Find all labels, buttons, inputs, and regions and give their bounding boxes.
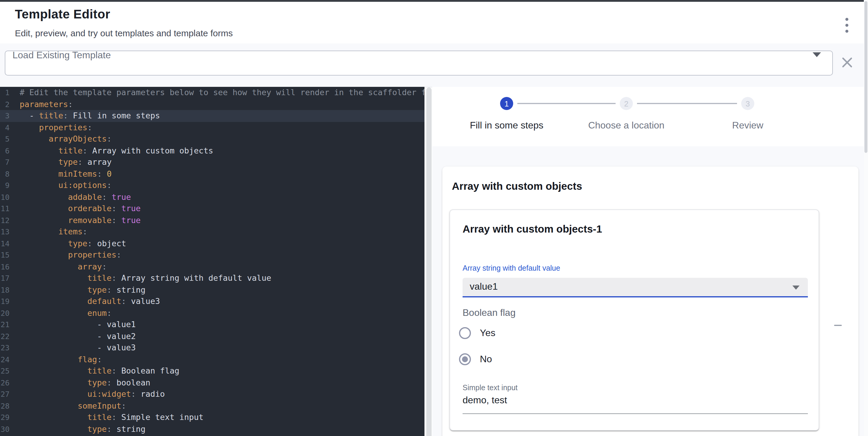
- step-connector-line: [637, 103, 737, 104]
- line-number: 17: [0, 272, 13, 284]
- code-line[interactable]: 19 default: value3: [0, 296, 425, 307]
- code-line[interactable]: 13 items:: [0, 226, 425, 238]
- radio-unselected-icon: [458, 326, 472, 340]
- line-number: 9: [0, 180, 13, 191]
- code-line[interactable]: 4 properties:: [0, 122, 425, 133]
- code-text: items:: [13, 226, 88, 238]
- code-text: someInput:: [13, 400, 126, 412]
- code-line[interactable]: 28 someInput:: [0, 400, 425, 412]
- input-underline: [463, 413, 808, 414]
- code-text: title: Simple text input: [13, 412, 204, 423]
- code-line[interactable]: 7 type: array: [0, 157, 425, 168]
- code-line[interactable]: 2parameters:: [0, 98, 425, 110]
- array-string-select[interactable]: [463, 278, 808, 297]
- template-editor-page: Template Editor Edit, preview, and try o…: [0, 0, 868, 436]
- code-line[interactable]: 12 removable: true: [0, 214, 425, 226]
- page-scrollbar-thumb[interactable]: [864, 1, 867, 153]
- code-text: arrayObjects:: [13, 133, 112, 145]
- code-text: array:: [13, 261, 107, 272]
- line-number: 8: [0, 168, 13, 180]
- code-line[interactable]: 15 properties:: [0, 249, 425, 261]
- more-options-kebab-icon[interactable]: [837, 14, 856, 36]
- page-title: Template Editor: [15, 7, 110, 22]
- line-number: 3: [0, 110, 13, 122]
- code-line[interactable]: 6 title: Array with custom objects: [0, 145, 425, 157]
- code-line[interactable]: 14 type: object: [0, 238, 425, 249]
- step-circle-2[interactable]: 2: [620, 97, 633, 110]
- radio-selected-icon: [458, 352, 472, 366]
- form-section-title: Array with custom objects: [452, 180, 582, 193]
- code-line[interactable]: 3 - title: Fill in some steps: [0, 110, 425, 122]
- code-text: type: array: [13, 157, 112, 168]
- code-line[interactable]: 1# Edit the template parameters below to…: [0, 87, 425, 98]
- code-text: default: value3: [13, 296, 160, 307]
- line-number: 11: [0, 203, 13, 214]
- code-text: - value1: [13, 319, 136, 330]
- code-line[interactable]: 18 type: string: [0, 284, 425, 296]
- code-text: removable: true: [13, 214, 141, 226]
- array-item-title: Array with custom objects-1: [463, 223, 602, 236]
- page-header: Template Editor Edit, preview, and try o…: [0, 2, 868, 44]
- line-number: 23: [0, 342, 13, 354]
- line-number: 4: [0, 122, 13, 133]
- code-text: flag:: [13, 354, 102, 365]
- code-line[interactable]: 5 arrayObjects:: [0, 133, 425, 145]
- simple-text-input-label: Simple text input: [463, 384, 518, 392]
- step-circle-3[interactable]: 3: [741, 97, 754, 110]
- code-line[interactable]: 20 enum:: [0, 307, 425, 319]
- radio-option-no[interactable]: No: [458, 352, 492, 366]
- line-number: 13: [0, 226, 13, 238]
- chevron-down-icon[interactable]: [813, 52, 821, 57]
- code-line[interactable]: 17 title: Array string with default valu…: [0, 272, 425, 284]
- code-text: - value3: [13, 342, 136, 354]
- line-number: 6: [0, 145, 13, 157]
- code-line[interactable]: 9 ui:options:: [0, 180, 425, 191]
- radio-label: Yes: [480, 328, 495, 338]
- code-text: orderable: true: [13, 203, 141, 214]
- code-line[interactable]: 23 - value3: [0, 342, 425, 354]
- line-number: 10: [0, 191, 13, 203]
- close-icon: [838, 54, 856, 71]
- code-line[interactable]: 29 title: Simple text input: [0, 412, 425, 423]
- yaml-code-editor[interactable]: 1# Edit the template parameters below to…: [0, 87, 425, 436]
- wizard-stepper: [432, 87, 868, 146]
- line-number: 14: [0, 238, 13, 249]
- line-number: 2: [0, 98, 13, 110]
- code-line[interactable]: 25 title: Boolean flag: [0, 365, 425, 377]
- remove-array-item-button[interactable]: [828, 315, 848, 335]
- code-line[interactable]: 21 - value1: [0, 319, 425, 330]
- radio-option-yes[interactable]: Yes: [458, 326, 495, 340]
- code-line[interactable]: 27 ui:widget: radio: [0, 389, 425, 400]
- code-line[interactable]: 8 minItems: 0: [0, 168, 425, 180]
- code-text: ui:options:: [13, 180, 112, 191]
- clear-template-button[interactable]: [838, 54, 856, 71]
- code-line[interactable]: 10 addable: true: [0, 191, 425, 203]
- code-line[interactable]: 26 type: boolean: [0, 377, 425, 389]
- line-number: 5: [0, 133, 13, 145]
- pane-divider-scrollbar[interactable]: [426, 88, 432, 436]
- code-line[interactable]: 11 orderable: true: [0, 203, 425, 214]
- step-label-1: Fill in some steps: [470, 120, 543, 131]
- code-line[interactable]: 30 type: string: [0, 423, 425, 435]
- boolean-flag-label: Boolean flag: [463, 307, 516, 318]
- load-template-select[interactable]: [5, 51, 833, 75]
- line-number: 16: [0, 261, 13, 272]
- line-number: 25: [0, 365, 13, 377]
- code-text: properties:: [13, 122, 92, 133]
- code-line[interactable]: 24 flag:: [0, 354, 425, 365]
- code-line[interactable]: 16 array:: [0, 261, 425, 272]
- step-connector-line: [517, 103, 616, 104]
- code-line[interactable]: 22 - value2: [0, 330, 425, 342]
- line-number: 12: [0, 214, 13, 226]
- line-number: 22: [0, 330, 13, 342]
- radio-label: No: [480, 354, 492, 365]
- simple-text-input[interactable]: demo, test: [463, 395, 507, 406]
- code-text: enum:: [13, 307, 112, 319]
- array-string-select-label: Array string with default value: [463, 264, 560, 272]
- line-number: 26: [0, 377, 13, 389]
- line-number: 20: [0, 307, 13, 319]
- line-number: 30: [0, 423, 13, 435]
- code-text: minItems: 0: [13, 168, 112, 180]
- step-circle-1[interactable]: 1: [500, 97, 513, 110]
- array-string-select-value: value1: [470, 281, 498, 292]
